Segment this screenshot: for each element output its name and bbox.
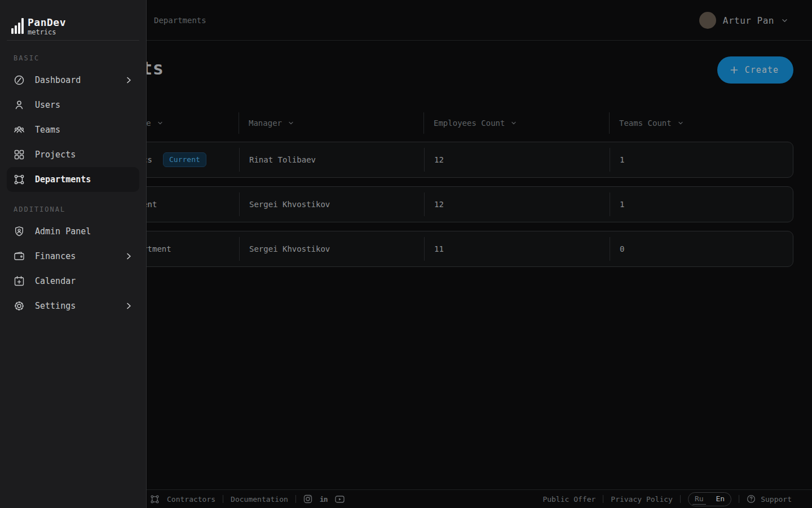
- chevron-down-icon: [781, 17, 788, 24]
- breadcrumb-label[interactable]: Departments: [154, 16, 206, 25]
- gear-icon: [14, 300, 25, 312]
- footer-link-documentation[interactable]: Documentation: [231, 495, 288, 503]
- table-row[interactable]: Engineering Analytics Current Rinat Toli…: [42, 142, 793, 178]
- youtube-icon[interactable]: [335, 495, 345, 503]
- footer-left: Contractors Documentation in: [150, 494, 345, 504]
- departments-table: Name Manager Employees Count Teams Count: [42, 111, 793, 275]
- cell-teams-count: 0: [610, 231, 793, 266]
- nodes-icon: [14, 174, 25, 185]
- cell-teams-count: 1: [610, 142, 793, 177]
- chevron-right-icon: [125, 252, 133, 260]
- section-label-basic: BASIC: [14, 54, 133, 62]
- column-label: Employees Count: [434, 119, 505, 128]
- divider: [223, 495, 223, 503]
- section-label-additional: ADDITIONAL: [14, 205, 133, 213]
- sidebar-item-label: Departments: [35, 174, 91, 185]
- cell-employees-count: 12: [424, 142, 610, 177]
- support-link[interactable]: Support: [747, 494, 792, 503]
- footer-link-public-offer[interactable]: Public Offer: [542, 495, 595, 503]
- table-header: Name Manager Employees Count Teams Count: [42, 111, 793, 135]
- logo-title: PanDev: [28, 17, 66, 28]
- create-button-label: Create: [745, 65, 779, 75]
- cell-employees-count: 11: [424, 231, 610, 266]
- sidebar-item-admin-panel[interactable]: Admin Panel: [7, 219, 139, 244]
- avatar: [699, 12, 716, 29]
- divider: [7, 40, 139, 41]
- logo: PanDev metrics: [0, 0, 146, 40]
- sort-chevron-icon: [677, 120, 684, 126]
- sidebar-item-label: Finances: [35, 251, 76, 261]
- user-menu[interactable]: Artur Pan: [699, 0, 788, 41]
- language-option-en[interactable]: En: [710, 493, 731, 505]
- instagram-icon[interactable]: [303, 494, 312, 503]
- sidebar-item-label: Teams: [35, 125, 60, 135]
- sidebar-item-label: Projects: [35, 150, 76, 160]
- bar-chart-logo-icon: [11, 18, 24, 34]
- sidebar-item-teams[interactable]: Teams: [7, 117, 139, 142]
- sidebar-item-users[interactable]: Users: [7, 93, 139, 117]
- shield-user-icon: [14, 226, 25, 237]
- sort-chevron-icon: [510, 120, 517, 126]
- create-button[interactable]: Create: [717, 56, 793, 84]
- sidebar-item-label: Dashboard: [35, 75, 81, 85]
- table-row[interactable]: Research & Development Sergei Khvostikov…: [42, 186, 793, 222]
- grid-icon: [14, 149, 25, 160]
- column-label: Teams Count: [619, 119, 672, 128]
- sort-chevron-icon: [157, 120, 164, 126]
- cell-manager: Sergei Khvostikov: [239, 187, 424, 222]
- sidebar-item-departments[interactable]: Departments: [7, 167, 139, 192]
- question-circle-icon: [747, 494, 756, 503]
- column-header-teams-count[interactable]: Teams Count: [609, 111, 793, 135]
- sidebar-item-label: Admin Panel: [35, 226, 91, 237]
- cell-manager: Rinat Tolibaev: [239, 142, 424, 177]
- footer-right: Public Offer Privacy Policy Ru En Suppor…: [542, 492, 792, 506]
- divider: [739, 495, 739, 503]
- column-header-employees-count[interactable]: Employees Count: [423, 111, 609, 135]
- wallet-icon: [14, 251, 25, 262]
- gauge-icon: [14, 75, 25, 86]
- calendar-plus-icon: [14, 275, 25, 287]
- sidebar-item-label: Calendar: [35, 276, 76, 286]
- cell-teams-count: 1: [610, 187, 793, 222]
- sidebar-item-finances[interactable]: Finances: [7, 244, 139, 269]
- support-label: Support: [761, 495, 792, 503]
- sidebar-item-dashboard[interactable]: Dashboard: [7, 68, 139, 93]
- sort-chevron-icon: [288, 120, 294, 126]
- logo-subtitle: metrics: [28, 29, 66, 36]
- sidebar: PanDev metrics BASIC Dashboard Users Tea…: [0, 0, 147, 508]
- chevron-right-icon: [125, 302, 133, 310]
- status-badge: Current: [163, 152, 206, 167]
- footer-link-contractors[interactable]: Contractors: [167, 495, 215, 503]
- contractors-icon: [150, 494, 160, 504]
- sidebar-item-label: Users: [35, 100, 60, 110]
- breadcrumb[interactable]: Departments: [139, 0, 206, 41]
- column-label: Manager: [249, 119, 282, 128]
- user-name: Artur Pan: [723, 15, 774, 26]
- divider: [680, 495, 681, 503]
- sidebar-item-settings[interactable]: Settings: [7, 294, 139, 318]
- language-option-ru[interactable]: Ru: [689, 493, 710, 505]
- plus-icon: [730, 65, 739, 75]
- user-icon: [14, 99, 25, 111]
- footer-link-privacy-policy[interactable]: Privacy Policy: [611, 495, 673, 503]
- cell-manager: Sergei Khvostikov: [239, 231, 424, 266]
- divider: [603, 495, 603, 503]
- language-toggle[interactable]: Ru En: [688, 492, 731, 506]
- divider: [295, 495, 296, 503]
- sidebar-item-calendar[interactable]: Calendar: [7, 269, 139, 294]
- sidebar-item-projects[interactable]: Projects: [7, 142, 139, 167]
- table-row[interactable]: Administration Department Sergei Khvosti…: [42, 231, 793, 267]
- cell-employees-count: 12: [424, 187, 610, 222]
- linkedin-icon[interactable]: in: [320, 495, 328, 503]
- column-header-manager[interactable]: Manager: [239, 111, 423, 135]
- sidebar-item-label: Settings: [35, 301, 76, 311]
- team-icon: [14, 124, 25, 135]
- chevron-right-icon: [125, 76, 133, 84]
